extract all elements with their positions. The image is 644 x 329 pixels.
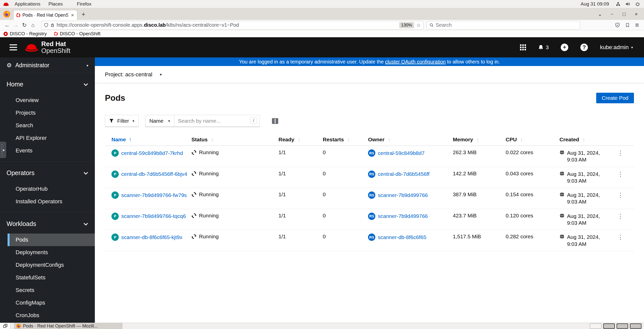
pod-link[interactable]: scanner-7b9d499766-tqcq6 bbox=[121, 213, 186, 219]
workspace-2[interactable] bbox=[603, 323, 615, 329]
owner-link[interactable]: central-db-7d6b5456ff bbox=[378, 171, 429, 177]
sidebar-item-pods[interactable]: Pods bbox=[8, 234, 95, 246]
sidebar-item-api-explorer[interactable]: API Explorer bbox=[8, 132, 95, 144]
sidebar-item-operatorhub[interactable]: OperatorHub bbox=[8, 183, 95, 195]
back-button[interactable]: ← bbox=[3, 22, 12, 28]
sidebar-item-events[interactable]: Events bbox=[8, 144, 95, 157]
app-menu-icon[interactable]: ≡ bbox=[635, 21, 639, 29]
minimize-button[interactable]: − bbox=[610, 11, 614, 17]
name-search-input[interactable] bbox=[174, 118, 260, 124]
sidebar-item-statefulsets[interactable]: StatefulSets bbox=[8, 271, 95, 284]
kebab-menu-icon[interactable]: ⋮ bbox=[616, 213, 625, 220]
taskbar-window-item[interactable]: Pods · Red Hat OpenShift — Mozill... bbox=[14, 323, 122, 329]
perspective-switcher[interactable]: ⚙ Administrator ▾ bbox=[0, 57, 95, 73]
permissions-shield-icon[interactable] bbox=[44, 23, 48, 27]
filter-dropdown[interactable]: Filter ▾ bbox=[105, 115, 139, 127]
network-icon[interactable] bbox=[616, 2, 621, 6]
owner-link[interactable]: scanner-db-8f6c6f65 bbox=[378, 234, 426, 240]
menu-places[interactable]: Places bbox=[44, 1, 67, 7]
column-header-ready[interactable]: Ready↕ bbox=[278, 134, 323, 146]
pod-link[interactable]: scanner-db-8f6c6f65-kjt9x bbox=[121, 234, 182, 240]
column-header-status[interactable]: Status↕ bbox=[191, 134, 278, 146]
notifications-button[interactable]: 3 bbox=[538, 44, 549, 50]
search-attribute-dropdown[interactable]: Name ▾ bbox=[145, 115, 174, 127]
workspace-3[interactable] bbox=[617, 323, 628, 329]
protections-shield-icon[interactable] bbox=[615, 23, 620, 27]
sidebar-item-projects[interactable]: Projects bbox=[8, 107, 95, 119]
column-header-restarts[interactable]: Restarts↕ bbox=[323, 134, 368, 146]
kebab-menu-icon[interactable]: ⋮ bbox=[616, 234, 625, 241]
owner-link[interactable]: scanner-7b9d499766 bbox=[378, 192, 428, 198]
sidebar-section-operators[interactable]: Operators bbox=[0, 165, 95, 183]
maximize-button[interactable]: □ bbox=[622, 11, 626, 17]
bookmark-star-icon[interactable]: ☆ bbox=[416, 22, 421, 28]
sidebar-item-cronjobs[interactable]: CronJobs bbox=[8, 309, 95, 322]
manage-columns-icon[interactable] bbox=[272, 118, 278, 124]
bookmark-disco-registry[interactable]: DISCO - Registry bbox=[4, 31, 47, 37]
window-close-button[interactable]: × bbox=[634, 11, 638, 17]
column-header-created[interactable]: Created↕ bbox=[559, 134, 611, 146]
volume-icon[interactable] bbox=[625, 2, 631, 6]
sidebar-section-home[interactable]: Home bbox=[0, 77, 95, 94]
workspace-1[interactable] bbox=[590, 323, 601, 329]
chevron-down-icon bbox=[84, 170, 88, 175]
new-tab-button[interactable]: + bbox=[82, 10, 85, 18]
column-header-cpu[interactable]: CPU↕ bbox=[506, 134, 559, 146]
sidebar-section-workloads[interactable]: Workloads bbox=[0, 216, 95, 234]
column-header-memory[interactable]: Memory↕ bbox=[453, 134, 506, 146]
browser-search[interactable] bbox=[427, 21, 580, 29]
lock-icon[interactable] bbox=[51, 23, 54, 27]
sidebar-item-secrets[interactable]: Secrets bbox=[8, 284, 95, 297]
url-bar[interactable]: https://console-openshift-console.apps.d… bbox=[41, 21, 424, 29]
column-header-name[interactable]: Name↑ bbox=[105, 134, 191, 146]
oauth-configuration-link[interactable]: cluster OAuth configuration bbox=[385, 59, 446, 65]
ready-text: 1/1 bbox=[278, 191, 286, 197]
tab-close-icon[interactable]: × bbox=[70, 12, 74, 18]
menu-applications[interactable]: Applications bbox=[11, 1, 44, 7]
owner-link[interactable]: central-59c849b8d7 bbox=[378, 150, 425, 156]
browser-search-input[interactable] bbox=[436, 22, 577, 28]
kebab-menu-icon[interactable]: ⋮ bbox=[616, 171, 625, 178]
home-button[interactable]: ⌂ bbox=[29, 22, 37, 28]
kebab-menu-icon[interactable]: ⋮ bbox=[616, 149, 625, 156]
pod-badge: P bbox=[111, 191, 119, 199]
sidebar-item-deploymentconfigs[interactable]: DeploymentConfigs bbox=[8, 259, 95, 271]
sidebar-item-installed-operators[interactable]: Installed Operators bbox=[8, 195, 95, 208]
sidebar-item-overview[interactable]: Overview bbox=[8, 94, 95, 107]
column-header-actions bbox=[611, 134, 634, 146]
help-button[interactable]: ? bbox=[580, 44, 588, 51]
sidebar-item-deployments[interactable]: Deployments bbox=[8, 246, 95, 259]
overlay-handle[interactable]: ▶ bbox=[0, 142, 6, 158]
redhat-hat-icon bbox=[3, 2, 9, 6]
library-icon[interactable] bbox=[625, 23, 630, 27]
pod-link[interactable]: central-db-7d6b5456ff-6bjv4 bbox=[121, 171, 187, 177]
kebab-menu-icon[interactable]: ⋮ bbox=[616, 191, 625, 199]
list-all-tabs-icon[interactable]: ⌄ bbox=[598, 11, 602, 17]
registry-icon bbox=[4, 32, 8, 36]
brand-logo[interactable]: Red Hat OpenShift bbox=[25, 41, 70, 54]
project-selector[interactable]: Project: acs-central ▾ bbox=[105, 71, 162, 78]
forward-button[interactable]: → bbox=[12, 22, 20, 28]
sidebar-item-configmaps[interactable]: ConfigMaps bbox=[8, 297, 95, 309]
column-header-owner[interactable]: Owner↕ bbox=[368, 134, 453, 146]
reload-button[interactable]: ↻ bbox=[20, 22, 29, 28]
pod-link[interactable]: scanner-7b9d499766-fw79s bbox=[121, 192, 187, 198]
browser-tab[interactable]: Pods · Red Hat OpenShift × bbox=[14, 10, 77, 20]
zoom-indicator[interactable]: 130% bbox=[399, 22, 414, 28]
app-launcher-icon[interactable] bbox=[520, 44, 526, 50]
user-menu[interactable]: kube:admin ▾ bbox=[600, 44, 633, 51]
bookmark-disco-openshift[interactable]: DISCO - OpenShift bbox=[54, 31, 101, 37]
create-pod-button[interactable]: Create Pod bbox=[596, 93, 634, 103]
pod-link[interactable]: central-59c849b8d7-7krhd bbox=[121, 150, 183, 156]
owner-link[interactable]: scanner-7b9d499766 bbox=[378, 213, 428, 219]
clock[interactable]: Aug 31 09:09 bbox=[581, 1, 609, 7]
firefox-icon bbox=[16, 324, 21, 328]
menu-firefox[interactable]: Firefox bbox=[73, 1, 95, 7]
pod-badge: P bbox=[111, 234, 119, 241]
sidebar-item-search[interactable]: Search bbox=[8, 119, 95, 132]
workspace-4[interactable] bbox=[630, 323, 641, 329]
nav-toggle-icon[interactable] bbox=[10, 44, 17, 50]
import-yaml-button[interactable]: + bbox=[561, 44, 568, 51]
power-icon[interactable] bbox=[635, 2, 640, 6]
window-list-button[interactable] bbox=[0, 323, 11, 329]
